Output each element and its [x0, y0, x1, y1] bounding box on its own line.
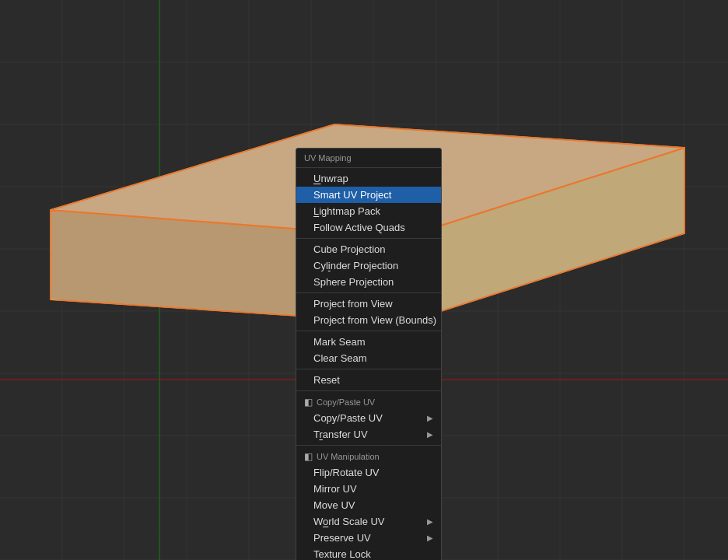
menu-item-cube-projection[interactable]: Cube Projection — [296, 241, 441, 257]
sep-title — [296, 167, 441, 168]
context-menu: UV Mapping Unwrap Smart UV Project Light… — [296, 148, 442, 560]
uv-manipulation-header: ◧ UV Manipulation — [296, 448, 441, 464]
sep4 — [296, 369, 441, 369]
menu-item-texture-lock[interactable]: Texture Lock — [296, 546, 441, 560]
menu-item-world-scale-uv[interactable]: World Scale UV ▶ — [296, 513, 441, 530]
menu-item-flip-rotate-uv[interactable]: Flip/Rotate UV — [296, 464, 441, 481]
sep6 — [296, 445, 441, 446]
sep3 — [296, 331, 441, 331]
arrow-world-scale-uv: ▶ — [427, 517, 433, 526]
menu-item-unwrap[interactable]: Unwrap — [296, 170, 441, 187]
menu-item-preserve-uv[interactable]: Preserve UV ▶ — [296, 530, 441, 546]
menu-item-mark-seam[interactable]: Mark Seam — [296, 334, 441, 350]
copy-paste-uv-header: ◧ Copy/Paste UV — [296, 394, 441, 410]
menu-item-project-from-view[interactable]: Project from View — [296, 296, 441, 312]
arrow-transfer-uv: ▶ — [427, 430, 433, 439]
menu-item-reset[interactable]: Reset — [296, 372, 441, 388]
menu-item-transfer-uv[interactable]: Transfer UV ▶ — [296, 426, 441, 443]
menu-title: UV Mapping — [296, 150, 441, 165]
sep2 — [296, 292, 441, 293]
menu-item-mirror-uv[interactable]: Mirror UV — [296, 481, 441, 497]
menu-item-lightmap-pack[interactable]: Lightmap Pack — [296, 203, 441, 219]
arrow-copy-paste-uv: ▶ — [427, 414, 433, 422]
menu-item-move-uv[interactable]: Move UV — [296, 497, 441, 513]
menu-item-smart-uv-project[interactable]: Smart UV Project — [296, 187, 441, 203]
menu-item-follow-active-quads[interactable]: Follow Active Quads — [296, 219, 441, 236]
menu-item-cylinder-projection[interactable]: Cylinder Projection — [296, 257, 441, 274]
sep5 — [296, 390, 441, 391]
menu-item-clear-seam[interactable]: Clear Seam — [296, 350, 441, 366]
sep1 — [296, 238, 441, 239]
menu-item-sphere-projection[interactable]: Sphere Projection — [296, 274, 441, 290]
menu-item-copy-paste-uv[interactable]: Copy/Paste UV ▶ — [296, 410, 441, 426]
copy-paste-uv-icon: ◧ — [304, 397, 313, 408]
uv-manipulation-icon: ◧ — [304, 451, 313, 462]
menu-item-project-from-view-bounds[interactable]: Project from View (Bounds) — [296, 312, 441, 328]
arrow-preserve-uv: ▶ — [427, 534, 433, 542]
